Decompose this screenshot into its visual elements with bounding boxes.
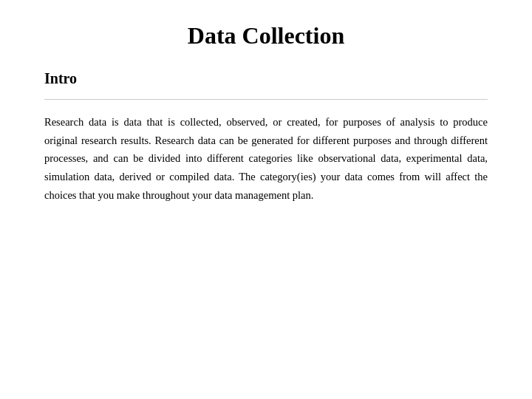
section-heading: Intro	[44, 70, 488, 87]
page-container: Data Collection Intro Research data is d…	[0, 0, 532, 399]
page-title: Data Collection	[44, 22, 488, 50]
divider	[44, 99, 488, 100]
body-text: Research data is data that is collected,…	[44, 113, 488, 204]
